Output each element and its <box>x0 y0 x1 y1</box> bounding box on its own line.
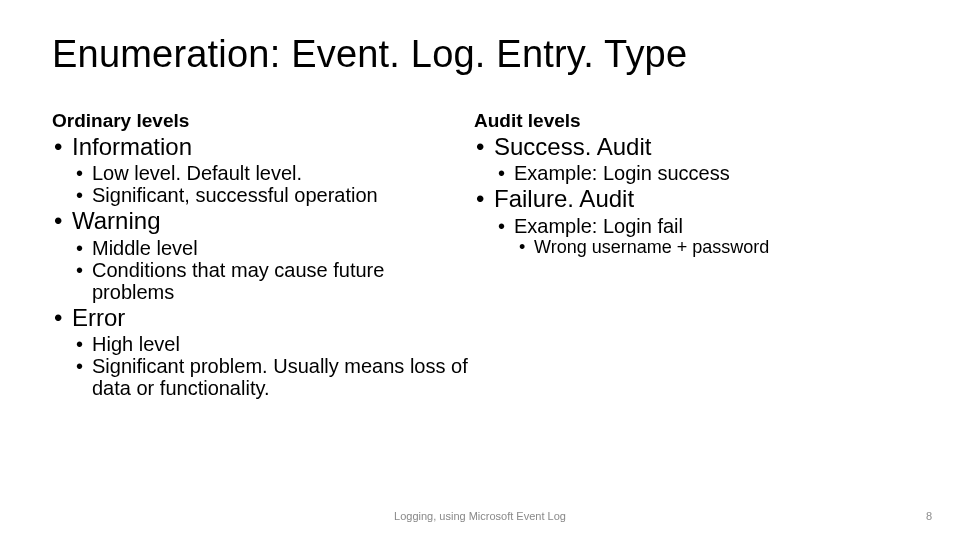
right-column: Audit levels Success. Audit Example: Log… <box>474 110 904 258</box>
list-item: Low level. Default level. <box>72 162 468 184</box>
content-columns: Ordinary levels Information Low level. D… <box>52 110 908 399</box>
left-list: Information Low level. Default level. Si… <box>52 134 468 399</box>
left-heading: Ordinary levels <box>52 110 468 132</box>
item-label: Example: Login success <box>514 162 730 184</box>
item-label: High level <box>92 333 180 355</box>
nested-list: High level Significant problem. Usually … <box>72 333 468 399</box>
slide: Enumeration: Event. Log. Entry. Type Ord… <box>0 0 960 540</box>
item-label: Example: Login fail <box>514 215 683 237</box>
item-label: Success. Audit <box>494 133 651 160</box>
nested-list: Low level. Default level. Significant, s… <box>72 162 468 206</box>
list-item: Success. Audit Example: Login success <box>474 134 904 184</box>
item-label: Failure. Audit <box>494 185 634 212</box>
list-item: Information Low level. Default level. Si… <box>52 134 468 206</box>
item-label: Significant, successful operation <box>92 184 378 206</box>
list-item: Warning Middle level Conditions that may… <box>52 208 468 302</box>
item-label: Warning <box>72 207 160 234</box>
item-label: Significant problem. Usually means loss … <box>92 355 468 399</box>
slide-title: Enumeration: Event. Log. Entry. Type <box>52 34 908 76</box>
page-number: 8 <box>926 510 932 522</box>
right-heading: Audit levels <box>474 110 904 132</box>
item-label: Information <box>72 133 192 160</box>
right-list: Success. Audit Example: Login success Fa… <box>474 134 904 258</box>
list-item: Failure. Audit Example: Login fail Wrong… <box>474 186 904 257</box>
list-item: Conditions that may cause future problem… <box>72 259 468 303</box>
nested-list: Example: Login success <box>494 162 904 184</box>
list-item: Middle level <box>72 237 468 259</box>
list-item: High level <box>72 333 468 355</box>
nested-list: Wrong username + password <box>514 238 904 258</box>
list-item: Wrong username + password <box>514 238 904 258</box>
nested-list: Middle level Conditions that may cause f… <box>72 237 468 303</box>
list-item: Example: Login fail Wrong username + pas… <box>494 215 904 258</box>
left-column: Ordinary levels Information Low level. D… <box>52 110 468 399</box>
nested-list: Example: Login fail Wrong username + pas… <box>494 215 904 258</box>
item-label: Wrong username + password <box>534 237 769 257</box>
list-item: Significant, successful operation <box>72 184 468 206</box>
list-item: Example: Login success <box>494 162 904 184</box>
item-label: Conditions that may cause future problem… <box>92 259 384 303</box>
item-label: Low level. Default level. <box>92 162 302 184</box>
list-item: Error High level Significant problem. Us… <box>52 305 468 399</box>
item-label: Error <box>72 304 125 331</box>
footer-text: Logging, using Microsoft Event Log <box>0 510 960 522</box>
list-item: Significant problem. Usually means loss … <box>72 355 468 399</box>
item-label: Middle level <box>92 237 198 259</box>
